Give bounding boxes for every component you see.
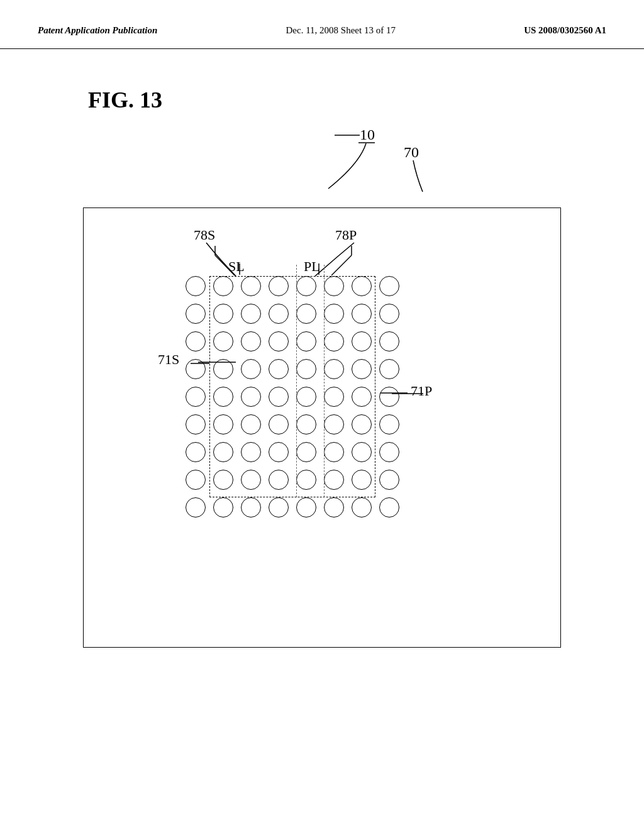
circle-r3c5 <box>296 331 316 351</box>
circle-r5c2 <box>213 387 233 407</box>
circle-r6c3 <box>241 414 261 434</box>
circle-r3c6 <box>324 331 344 351</box>
circle-r5c5 <box>296 387 316 407</box>
circle-r9c5 <box>296 497 316 517</box>
circle-r7c3 <box>241 442 261 462</box>
circle-r1c5 <box>296 276 316 296</box>
circle-r2c5 <box>296 304 316 324</box>
label-SL: SL <box>228 258 245 275</box>
circle-r2c6 <box>324 304 344 324</box>
circle-r7c7 <box>352 442 372 462</box>
header-patent-number: US 2008/0302560 A1 <box>524 25 606 36</box>
circle-r5c6 <box>324 387 344 407</box>
circle-r2c7 <box>352 304 372 324</box>
circle-r8c1 <box>186 470 206 490</box>
circle-r7c1 <box>186 442 206 462</box>
circle-r3c8 <box>379 331 399 351</box>
circle-r4c4 <box>269 359 289 379</box>
circle-r8c5 <box>296 470 316 490</box>
circle-r8c2 <box>213 470 233 490</box>
circle-r6c2 <box>213 414 233 434</box>
circle-r9c2 <box>213 497 233 517</box>
circle-r3c7 <box>352 331 372 351</box>
circle-r6c5 <box>296 414 316 434</box>
ref-70-text: 70 <box>404 144 419 160</box>
page-header: Patent Application Publication Dec. 11, … <box>0 0 644 49</box>
circle-r5c8 <box>379 387 399 407</box>
circle-r1c7 <box>352 276 372 296</box>
circle-r9c1 <box>186 497 206 517</box>
circle-r8c3 <box>241 470 261 490</box>
circle-r3c3 <box>241 331 261 351</box>
circle-r3c1 <box>186 331 206 351</box>
circle-r2c1 <box>186 304 206 324</box>
outer-rectangle: 78S 78P SL PL 71S 71P <box>83 208 561 648</box>
SL-divider-line <box>296 265 297 497</box>
circle-r4c1 <box>186 359 206 379</box>
circle-r5c7 <box>352 387 372 407</box>
header-date-sheet: Dec. 11, 2008 Sheet 13 of 17 <box>286 25 396 36</box>
svg-line-9 <box>331 255 352 275</box>
circle-r3c4 <box>269 331 289 351</box>
circle-r4c8 <box>379 359 399 379</box>
circle-r9c3 <box>241 497 261 517</box>
circle-r4c6 <box>324 359 344 379</box>
circle-r2c4 <box>269 304 289 324</box>
circle-r1c2 <box>213 276 233 296</box>
circle-r7c2 <box>213 442 233 462</box>
circle-r4c3 <box>241 359 261 379</box>
circle-r2c2 <box>213 304 233 324</box>
circle-r5c3 <box>241 387 261 407</box>
circle-r1c1 <box>186 276 206 296</box>
circle-r1c8 <box>379 276 399 296</box>
circle-r6c4 <box>269 414 289 434</box>
circle-r6c6 <box>324 414 344 434</box>
figure-label: FIG. 13 <box>88 87 606 113</box>
circle-r3c2 <box>213 331 233 351</box>
circle-r2c8 <box>379 304 399 324</box>
circle-r8c8 <box>379 470 399 490</box>
circle-r1c4 <box>269 276 289 296</box>
circle-r8c6 <box>324 470 344 490</box>
circle-r6c8 <box>379 414 399 434</box>
circle-r2c3 <box>241 304 261 324</box>
circle-grid <box>186 276 399 525</box>
circle-r1c6 <box>324 276 344 296</box>
label-78S: 78S <box>194 227 215 243</box>
circle-r5c4 <box>269 387 289 407</box>
circle-r7c5 <box>296 442 316 462</box>
diagram-area: 10 70 <box>52 126 592 648</box>
circle-r9c4 <box>269 497 289 517</box>
PL-divider-line <box>324 265 325 497</box>
circle-r4c5 <box>296 359 316 379</box>
label-71P: 71P <box>411 383 432 399</box>
circle-r9c8 <box>379 497 399 517</box>
circle-r9c7 <box>352 497 372 517</box>
circle-r7c4 <box>269 442 289 462</box>
label-PL: PL <box>304 258 320 275</box>
circle-r8c4 <box>269 470 289 490</box>
above-annotations-svg: 10 70 <box>52 126 592 208</box>
ref-10-text: 10 <box>360 126 375 143</box>
circle-r5c1 <box>186 387 206 407</box>
circle-r4c7 <box>352 359 372 379</box>
circle-r7c8 <box>379 442 399 462</box>
circle-r9c6 <box>324 497 344 517</box>
circle-r7c6 <box>324 442 344 462</box>
circle-r4c2 <box>213 359 233 379</box>
main-content: FIG. 13 10 70 <box>0 49 644 673</box>
label-78P: 78P <box>335 227 357 243</box>
circle-r1c3 <box>241 276 261 296</box>
header-publication-label: Patent Application Publication <box>38 25 157 36</box>
circle-r6c7 <box>352 414 372 434</box>
circle-r8c7 <box>352 470 372 490</box>
circle-r6c1 <box>186 414 206 434</box>
label-71S: 71S <box>158 351 179 368</box>
